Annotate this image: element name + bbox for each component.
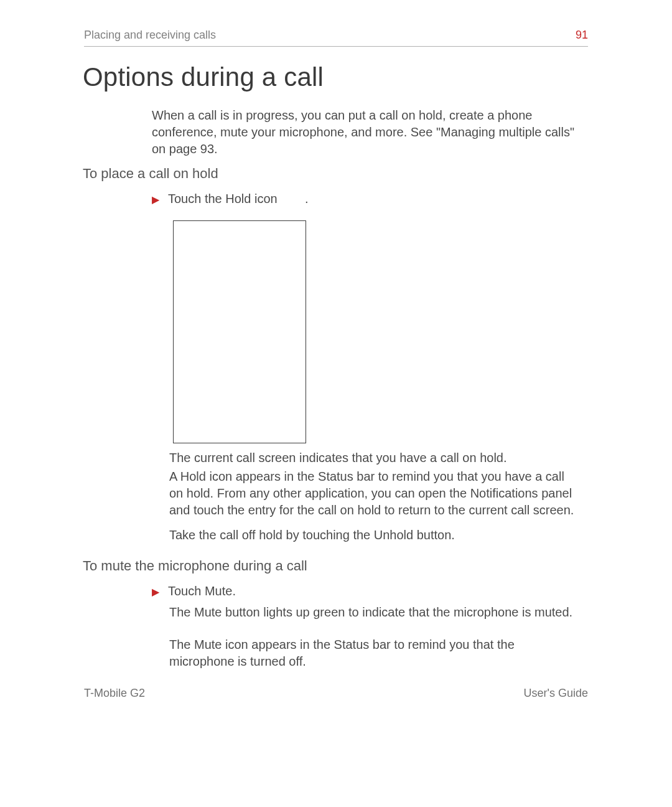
hold-paragraph-2: A Hold icon appears in the Status bar to… [169, 468, 579, 519]
page-footer: T-Mobile G2 User's Guide [84, 687, 588, 700]
bullet-mute-text: Touch Mute. [168, 584, 236, 598]
subheading-hold: To place a call on hold [83, 166, 218, 182]
bullet-mute: ▶ Touch Mute. [152, 584, 579, 599]
subheading-mute: To mute the microphone during a call [83, 558, 307, 574]
footer-left: T-Mobile G2 [84, 687, 145, 700]
page-title: Options during a call [83, 62, 324, 92]
bullet-hold-text: Touch the Hold icon . [168, 192, 309, 206]
header-divider [84, 46, 588, 47]
triangle-bullet-icon: ▶ [152, 193, 159, 207]
mute-paragraph-2: The Mute icon appears in the Status bar … [169, 636, 579, 670]
hold-paragraph-1: The current call screen indicates that y… [169, 450, 579, 466]
section-label: Placing and receiving calls [84, 29, 216, 42]
triangle-bullet-icon: ▶ [152, 585, 159, 599]
bullet-hold: ▶ Touch the Hold icon . [152, 192, 579, 207]
manual-page: Placing and receiving calls 91 Options d… [0, 0, 672, 807]
intro-paragraph: When a call is in progress, you can put … [152, 107, 579, 158]
hold-paragraph-3: Take the call off hold by touching the U… [169, 527, 579, 544]
figure-placeholder [173, 220, 306, 443]
mute-paragraph-1: The Mute button lights up green to indic… [169, 604, 579, 621]
footer-right: User's Guide [524, 687, 588, 700]
page-number: 91 [576, 29, 588, 42]
page-header: Placing and receiving calls 91 [84, 29, 588, 42]
